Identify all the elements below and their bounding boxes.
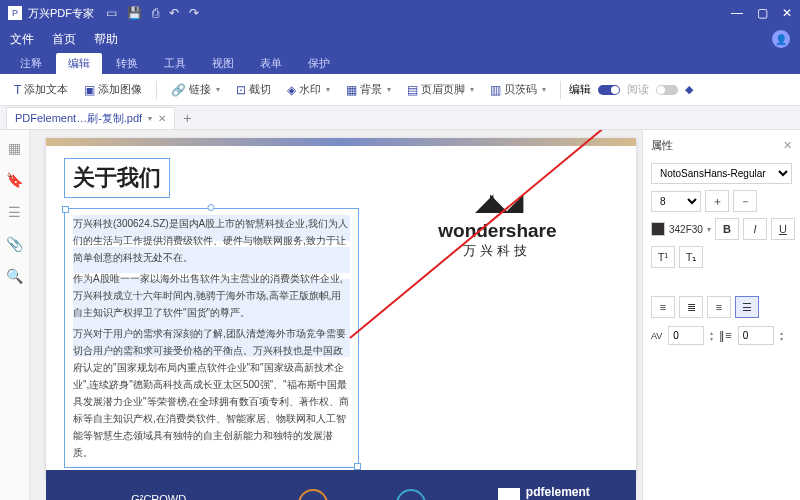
text-icon: T [14, 83, 21, 97]
bookmarks-icon[interactable]: 🔖 [6, 172, 23, 188]
pdf-page[interactable]: 关于我们 万兴科技(300624.SZ)是国内A股上市的智慧科技企业,我们为人们… [46, 138, 636, 478]
color-hex: 342F30 [669, 224, 703, 235]
new-tab-button[interactable]: + [183, 110, 191, 126]
app-title: 万兴PDF专家 [28, 6, 94, 21]
decrease-size-button[interactable]: － [733, 190, 757, 212]
watermark-icon: ◈ [287, 83, 296, 97]
superscript-button[interactable]: T¹ [651, 246, 675, 268]
close-tab-icon[interactable]: ✕ [158, 113, 166, 124]
document-tab-label: PDFelement…刷-复制.pdf [15, 111, 142, 126]
user-avatar-icon[interactable]: 👤 [772, 30, 790, 48]
document-tab[interactable]: PDFelement…刷-复制.pdf ▾ ✕ [6, 107, 175, 129]
properties-title: 属性 [651, 138, 673, 153]
background-button[interactable]: ▦背景 [340, 79, 397, 100]
font-size-select[interactable]: 8 [651, 191, 701, 212]
bold-button[interactable]: B [715, 218, 739, 240]
watermark-button[interactable]: ◈水印 [281, 79, 336, 100]
menu-home[interactable]: 首页 [52, 31, 76, 48]
g2crowd-logo: G²CROWD [131, 493, 186, 500]
document-canvas[interactable]: 关于我们 万兴科技(300624.SZ)是国内A股上市的智慧科技企业,我们为人们… [30, 130, 642, 500]
page-banner [46, 138, 636, 146]
comments-icon[interactable]: ☰ [8, 204, 21, 220]
link-button[interactable]: 🔗链接 [165, 79, 226, 100]
bates-button[interactable]: ▥贝茨码 [484, 79, 552, 100]
italic-button[interactable]: I [743, 218, 767, 240]
brand-cn: 万兴科技 [463, 242, 531, 260]
char-spacing-input[interactable] [668, 326, 704, 345]
subscript-button[interactable]: T₁ [679, 246, 703, 268]
edit-mode-label: 编辑 [569, 82, 591, 97]
menu-file[interactable]: 文件 [10, 31, 34, 48]
window-controls: ― ▢ ✕ [731, 6, 792, 20]
left-sidebar: ▦ 🔖 ☰ 📎 🔍 [0, 130, 30, 500]
attachments-icon[interactable]: 📎 [6, 236, 23, 252]
ribbon-tabs: 注释 编辑 转换 工具 视图 表单 保护 [0, 52, 800, 74]
workspace: ▦ 🔖 ☰ 📎 🔍 关于我们 万兴科技(300624.SZ)是国内A股上市的智慧… [0, 130, 800, 500]
font-family-select[interactable]: NotoSansHans-Regular [651, 163, 792, 184]
add-image-button[interactable]: ▣添加图像 [78, 79, 148, 100]
tab-form[interactable]: 表单 [248, 53, 294, 74]
search-icon[interactable]: 🔍 [6, 268, 23, 284]
align-center-button[interactable]: ≣ [679, 296, 703, 318]
brand-logo-block: ◢◣◢ wondershare 万兴科技 [377, 158, 618, 468]
document-tabs: PDFelement…刷-复制.pdf ▾ ✕ + [0, 106, 800, 130]
maximize-icon[interactable]: ▢ [757, 6, 768, 20]
titlebar: P 万兴PDF专家 ▭ 💾 ⎙ ↶ ↷ ― ▢ ✕ [0, 0, 800, 26]
tab-protect[interactable]: 保护 [296, 53, 342, 74]
brand-word: wondershare [438, 220, 556, 242]
page-heading[interactable]: 关于我们 [64, 158, 170, 198]
text-selection-box[interactable]: 万兴科技(300624.SZ)是国内A股上市的智慧科技企业,我们为人们的生活与工… [64, 208, 359, 468]
menu-help[interactable]: 帮助 [94, 31, 118, 48]
thumbnails-icon[interactable]: ▦ [8, 140, 21, 156]
image-icon: ▣ [84, 83, 95, 97]
edit-toolbar: T添加文本 ▣添加图像 🔗链接 ⊡截切 ◈水印 ▦背景 ▤页眉页脚 ▥贝茨码 编… [0, 74, 800, 106]
paragraph-1[interactable]: 万兴科技(300624.SZ)是国内A股上市的智慧科技企业,我们为人们的生活与工… [73, 215, 350, 266]
tab-annotate[interactable]: 注释 [8, 53, 54, 74]
wondershare-symbol-icon: ◢◣◢ [475, 188, 520, 216]
minimize-icon[interactable]: ― [731, 6, 743, 20]
increase-size-button[interactable]: ＋ [705, 190, 729, 212]
open-icon[interactable]: ▭ [106, 6, 117, 20]
pdfelement-logo-icon [498, 488, 520, 501]
save-icon[interactable]: 💾 [127, 6, 142, 20]
close-panel-icon[interactable]: ✕ [783, 139, 792, 152]
print-icon[interactable]: ⎙ [152, 6, 159, 20]
app-logo: P [8, 6, 22, 20]
align-justify-button[interactable]: ☰ [735, 296, 759, 318]
read-toggle[interactable] [656, 85, 678, 95]
color-swatch[interactable] [651, 222, 665, 236]
link-icon: 🔗 [171, 83, 186, 97]
bates-icon: ▥ [490, 83, 501, 97]
close-icon[interactable]: ✕ [782, 6, 792, 20]
line-spacing-icon: ‖≡ [719, 329, 731, 342]
tab-view[interactable]: 视图 [200, 53, 246, 74]
underline-button[interactable]: U [771, 218, 795, 240]
header-footer-icon: ▤ [407, 83, 418, 97]
align-right-button[interactable]: ≡ [707, 296, 731, 318]
page-footer-band: G²CROWD 2018百强软件公司-G2Crowd评选 LEADER TOP … [46, 470, 636, 500]
crop-icon: ⊡ [236, 83, 246, 97]
top100-badge-icon [396, 489, 426, 501]
leader-badge-icon [298, 489, 328, 501]
header-footer-button[interactable]: ▤页眉页脚 [401, 79, 480, 100]
undo-icon[interactable]: ↶ [169, 6, 179, 20]
quick-access: ▭ 💾 ⎙ ↶ ↷ [106, 6, 199, 20]
crop-button[interactable]: ⊡截切 [230, 79, 277, 100]
line-spacing-input[interactable] [738, 326, 774, 345]
char-spacing-label: AV [651, 331, 662, 341]
add-text-button[interactable]: T添加文本 [8, 79, 74, 100]
paragraph-2[interactable]: 作为A股唯一一家以海外出售软件为主营业的消费类软件企业,万兴科技成立十六年时间内… [73, 270, 350, 321]
mode-settings-icon[interactable]: ◆ [685, 83, 693, 96]
tab-tools[interactable]: 工具 [152, 53, 198, 74]
background-icon: ▦ [346, 83, 357, 97]
paragraph-3[interactable]: 万兴对于用户的需求有深刻的了解,团队清楚海外市场竞争需要切合用户的需和求可接受价… [73, 325, 350, 461]
align-left-button[interactable]: ≡ [651, 296, 675, 318]
edit-toggle[interactable] [598, 85, 620, 95]
tab-convert[interactable]: 转换 [104, 53, 150, 74]
read-mode-label: 阅读 [627, 82, 649, 97]
properties-panel: 属性 ✕ NotoSansHans-Regular 8 ＋ － 342F30 ▾… [642, 130, 800, 500]
redo-icon[interactable]: ↷ [189, 6, 199, 20]
menubar: 文件 首页 帮助 👤 [0, 26, 800, 52]
tab-edit[interactable]: 编辑 [56, 53, 102, 74]
